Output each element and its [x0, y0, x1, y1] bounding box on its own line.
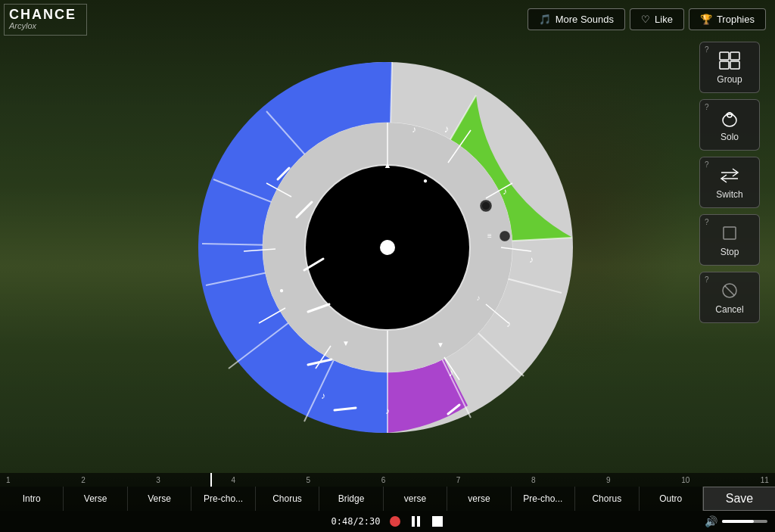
- group-help-icon: ?: [705, 45, 709, 54]
- trophy-icon: 🏆: [700, 14, 712, 25]
- timeline-numbers: 1 2 3 4 5 6 7 8 9 10 11: [6, 476, 769, 484]
- solo-button[interactable]: ? Solo: [699, 99, 760, 151]
- mid-icon-7: ●: [279, 286, 284, 294]
- timeline-num-8: 8: [531, 476, 536, 484]
- volume-fill: [722, 520, 754, 523]
- pause-icon: [412, 516, 420, 527]
- segment-icon-8: ♪: [321, 390, 325, 401]
- switch-help-icon: ?: [705, 160, 709, 169]
- cancel-label: Cancel: [715, 304, 743, 315]
- main-area: ♪ ♪ ♪ ♪ ♪ ♪ ♪ ♪ ▲ ●: [0, 38, 775, 456]
- timeline-bar: 1 2 3 4 5 6 7 8 9 10 11: [0, 473, 775, 487]
- segment-verse-1[interactable]: Verse: [64, 487, 127, 511]
- timeline-num-6: 6: [381, 476, 386, 484]
- mid-icon-6: ▼: [342, 339, 350, 347]
- record-button[interactable]: [388, 515, 402, 528]
- segment-icon-6: ♪: [449, 366, 454, 378]
- timeline-num-5: 5: [307, 476, 311, 484]
- timeline-num-7: 7: [456, 476, 461, 484]
- volume-area: 🔊: [705, 515, 767, 527]
- timeline-num-4: 4: [231, 476, 235, 484]
- stop-square-icon: [432, 516, 443, 527]
- volume-slider[interactable]: [722, 520, 767, 523]
- svg-line-10: [725, 286, 734, 295]
- segment-bridge[interactable]: Bridge: [319, 487, 383, 511]
- segment-verse-2[interactable]: Verse: [128, 487, 191, 511]
- logo-area: CHANCE Arcylox: [9, 8, 76, 30]
- solo-label: Solo: [721, 132, 739, 142]
- segment-chorus-1[interactable]: Chorus: [256, 487, 319, 511]
- record-dot: [390, 516, 400, 527]
- heart-icon: ♡: [641, 14, 650, 25]
- timeline-num-9: 9: [606, 476, 611, 484]
- group-icon: [717, 50, 742, 71]
- app-title: CHANCE: [9, 8, 76, 21]
- stop-help-icon: ?: [705, 218, 709, 226]
- top-bar: CHANCE Arcylox 🎵 More Sounds ♡ Like 🏆 Tr…: [0, 0, 775, 38]
- timeline-num-10: 10: [681, 476, 689, 484]
- segment-precho-2[interactable]: Pre-cho...: [512, 487, 575, 511]
- center-dot: [380, 240, 395, 255]
- like-button[interactable]: ♡ Like: [630, 8, 684, 30]
- segment-precho-1[interactable]: Pre-cho...: [191, 487, 255, 511]
- segment-icon-1: ♪: [444, 123, 450, 135]
- segment-icon-2: ♪: [503, 186, 507, 197]
- trophies-button[interactable]: 🏆 Trophies: [689, 8, 766, 30]
- segment-icon-3: ♪: [412, 124, 416, 135]
- app-subtitle: Arcylox: [9, 21, 76, 30]
- solo-icon: [717, 107, 742, 129]
- segment-chorus-2[interactable]: Chorus: [575, 487, 639, 511]
- stop-panel-icon: [717, 222, 742, 244]
- timeline-position-marker: [210, 473, 212, 487]
- mid-icon-1: ▲: [384, 160, 392, 170]
- group-label: Group: [717, 74, 742, 85]
- svg-rect-0: [720, 52, 729, 60]
- solo-help-icon: ?: [705, 103, 709, 111]
- svg-rect-2: [720, 61, 729, 69]
- music-icon: 🎵: [539, 14, 551, 25]
- svg-point-4: [723, 114, 736, 126]
- cancel-button[interactable]: ? Cancel: [699, 272, 760, 323]
- svg-rect-1: [730, 52, 739, 60]
- mid-icon-3: ≡: [487, 232, 492, 240]
- svg-point-5: [727, 113, 732, 117]
- segment-icon-7: ♪: [385, 406, 390, 416]
- right-panel: ? Group ? Solo ?: [699, 42, 760, 323]
- segment-outro[interactable]: Outro: [640, 487, 703, 511]
- segment-intro[interactable]: Intro: [0, 487, 64, 511]
- mid-icon-5: ▼: [437, 341, 444, 349]
- pause-bar-left: [412, 516, 415, 527]
- top-buttons: 🎵 More Sounds ♡ Like 🏆 Trophies: [528, 8, 766, 30]
- green-dot-inner: [482, 202, 490, 210]
- timeline-num-2: 2: [81, 476, 86, 484]
- volume-icon: 🔊: [705, 515, 717, 527]
- timeline-num-3: 3: [156, 476, 160, 484]
- pause-bar-right: [417, 516, 420, 527]
- stop-label: Stop: [721, 247, 739, 257]
- timeline-num-1: 1: [6, 476, 11, 484]
- switch-label: Switch: [716, 189, 742, 200]
- cancel-help-icon: ?: [705, 275, 709, 284]
- pause-button[interactable]: [409, 515, 423, 528]
- bottom-controls: 0:48/2:30 🔊: [0, 511, 775, 532]
- segment-icon-5: ♪: [506, 319, 511, 329]
- segments-bar: Intro Verse Verse Pre-cho... Chorus Brid…: [0, 487, 703, 511]
- svg-rect-3: [730, 61, 739, 69]
- mid-icon-2: ●: [423, 176, 428, 185]
- wheel-svg[interactable]: ♪ ♪ ♪ ♪ ♪ ♪ ♪ ♪ ▲ ●: [191, 51, 584, 444]
- group-button[interactable]: ? Group: [699, 42, 760, 93]
- segment-icon-4: ♪: [529, 254, 534, 265]
- mid-icon-4: ♪: [477, 294, 481, 302]
- timeline-num-11: 11: [761, 476, 769, 484]
- dot-marker-2: [500, 231, 510, 241]
- switch-icon: [717, 165, 742, 186]
- wheel-container: ♪ ♪ ♪ ♪ ♪ ♪ ♪ ♪ ▲ ●: [191, 51, 584, 444]
- cancel-icon: [717, 280, 742, 301]
- segment-verse-3[interactable]: verse: [384, 487, 447, 511]
- stop-button[interactable]: [431, 515, 444, 528]
- more-sounds-button[interactable]: 🎵 More Sounds: [528, 8, 625, 30]
- segment-verse-4[interactable]: verse: [447, 487, 511, 511]
- switch-button[interactable]: ? Switch: [699, 157, 760, 208]
- save-button[interactable]: Save: [703, 487, 775, 511]
- stop-panel-button[interactable]: ? Stop: [699, 214, 760, 266]
